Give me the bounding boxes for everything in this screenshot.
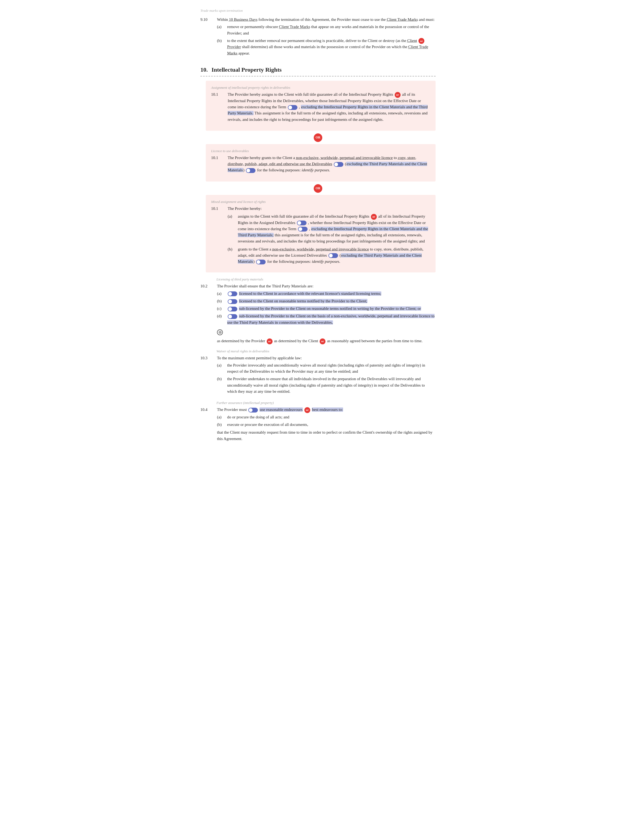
toggle-7[interactable] xyxy=(256,260,266,264)
section-10-heading: 10. Intellectual Property Rights xyxy=(200,65,436,76)
highlight-excluding-3: excluding the Intellectual Property Righ… xyxy=(238,227,428,237)
clause-10-2: 10.2 The Provider shall ensure that the … xyxy=(200,283,436,344)
clause-10-3-wrapper: Waiver of moral rights in deliverables 1… xyxy=(200,349,436,396)
clause-10-2-number: 10.2 xyxy=(200,283,213,344)
clause-10-4: 10.4 The Provider must use reasonable en… xyxy=(200,407,436,442)
or-badge-provider: or xyxy=(267,338,272,344)
clause-10-4-text: The Provider must use reasonable endeavo… xyxy=(217,407,436,442)
header-further-assurance: Further assurance (intellectual property… xyxy=(216,400,436,406)
sub-d-10-2: (d) sub-licensed by the Provider to the … xyxy=(217,313,436,325)
highlight-best-endeavours: best endeavours to: xyxy=(312,407,343,412)
or-badge-ipr-1: or xyxy=(395,92,401,98)
toggle-11[interactable] xyxy=(228,314,237,319)
clause-10-2-text: The Provider shall ensure that the Third… xyxy=(217,283,436,344)
clause-9-10: 9.10 Within 10 Business Days following t… xyxy=(200,17,436,58)
or-divider-2: OR xyxy=(200,184,436,193)
header-licence: Licence to use deliverables xyxy=(211,148,430,154)
sub-a-9-10: (a) remove or permanently obscure Client… xyxy=(217,24,436,36)
sub-b-10-2: (b) licensed to the Client on reasonable… xyxy=(217,298,436,304)
clause-10-1b-text: The Provider hereby grants to the Client… xyxy=(228,155,430,175)
header-moral-rights: Waiver of moral rights in deliverables xyxy=(216,349,436,354)
plus-icon-wrapper: ⊕ xyxy=(217,328,436,337)
clause-10-3-text: To the maximum extent permitted by appli… xyxy=(217,355,436,396)
identify-purposes-1: identify purposes. xyxy=(302,168,330,172)
toggle-10[interactable] xyxy=(228,306,237,311)
highlight-10-2c: sub-licensed by the Provider to the Clie… xyxy=(239,306,421,311)
highlight-10-2d: sub-licensed by the Provider to the Clie… xyxy=(227,314,434,324)
add-option-icon[interactable]: ⊕ xyxy=(217,329,223,335)
section-10-number: 10. xyxy=(200,65,208,74)
clause-9-10-text: Within 10 Business Days following the te… xyxy=(217,17,436,58)
clause-10-1c-text: The Provider hereby: (a) assigns to the … xyxy=(228,205,430,266)
toggle-9[interactable] xyxy=(228,299,237,304)
section-10-title: Intellectual Property Rights xyxy=(212,65,282,74)
clause-10-3: 10.3 To the maximum extent permitted by … xyxy=(200,355,436,396)
highlight-excluding-1: excluding the Intellectual Property Righ… xyxy=(228,105,428,115)
toggle-5[interactable] xyxy=(298,227,308,232)
toggle-3[interactable] xyxy=(246,168,255,173)
clause-10-1c-intro: The Provider hereby: xyxy=(228,205,430,212)
clause-10-2-wrapper: Licensing of third party materials 10.2 … xyxy=(200,277,436,344)
sub-c-10-2: (c) sub-licensed by the Provider to the … xyxy=(217,306,436,312)
sub-b-10-3: (b) the Provider undertakes to ensure th… xyxy=(217,376,436,395)
highlight-use-reasonable: use reasonable endeavours xyxy=(260,407,303,412)
clause-10-1b-number: 10.1 xyxy=(211,155,224,175)
sub-a-10-3: (a) the Provider irrevocably and uncondi… xyxy=(217,362,436,375)
sub-b-10-1c: (b) grants to the Client a non-exclusive… xyxy=(228,246,430,265)
toggle-1[interactable] xyxy=(288,105,298,110)
client-trade-marks-1: Client Trade Marks xyxy=(387,17,418,22)
toggle-12[interactable] xyxy=(248,408,258,412)
or-badge-endeavours: or xyxy=(304,407,310,413)
clause-block-10-1a: Assignment of intellectual property righ… xyxy=(206,81,436,131)
toggle-4[interactable] xyxy=(297,221,307,225)
clause-10-1c-number: 10.1 xyxy=(211,205,224,266)
clause-10-4-wrapper: Further assurance (intellectual property… xyxy=(200,400,436,442)
header-mixed: Mixed assignment and licence of rights xyxy=(211,199,430,205)
clause-block-10-1c: Mixed assignment and licence of rights 1… xyxy=(206,195,436,273)
or-badge-small-1: or xyxy=(419,38,424,44)
highlight-10-2a: licensed to the Client in accordance wit… xyxy=(239,291,382,296)
sub-a-10-4: (a) do or procure the doing of all acts;… xyxy=(217,414,436,420)
identify-purposes-2: identify purposes. xyxy=(312,259,340,264)
clause-10-4-number: 10.4 xyxy=(200,407,213,442)
clause-10-1a-number: 10.1 xyxy=(211,92,224,124)
clause-10-1a-text: The Provider hereby assigns to the Clien… xyxy=(228,92,430,124)
sub-b-10-4: (b) execute or procure the execution of … xyxy=(217,422,436,428)
clause-10-1a: 10.1 The Provider hereby assigns to the … xyxy=(211,92,430,124)
clause-10-1c: 10.1 The Provider hereby: (a) assigns to… xyxy=(211,205,430,266)
header-assignment: Assignment of intellectual property righ… xyxy=(211,85,430,90)
or-badge-divider-2: OR xyxy=(314,184,322,193)
or-badge-client: or xyxy=(320,338,326,344)
sub-a-10-2: (a) licensed to the Client in accordance… xyxy=(217,291,436,297)
or-badge-ipr-2: or xyxy=(371,214,377,220)
sub-b-9-10: (b) to the extent that neither removal n… xyxy=(217,38,436,57)
10-business-days: 10 Business Days xyxy=(229,17,258,22)
top-note: Trade marks upon termination xyxy=(200,8,436,13)
sub-a-10-1c: (a) assigns to the Client with full titl… xyxy=(228,213,430,245)
clause-9-10-number: 9.10 xyxy=(200,17,213,58)
toggle-6[interactable] xyxy=(328,253,338,258)
or-badge-divider-1: OR xyxy=(314,133,322,142)
clause-10-1b: 10.1 The Provider hereby grants to the C… xyxy=(211,155,430,175)
header-licensing: Licensing of third party materials xyxy=(216,277,436,282)
or-divider-1: OR xyxy=(200,133,436,142)
clause-10-3-number: 10.3 xyxy=(200,355,213,396)
clause-block-10-1b: Licence to use deliverables 10.1 The Pro… xyxy=(206,144,436,182)
toggle-2[interactable] xyxy=(334,162,343,167)
highlight-10-2b: licensed to the Client on reasonable ter… xyxy=(239,299,367,303)
toggle-8[interactable] xyxy=(228,291,237,296)
